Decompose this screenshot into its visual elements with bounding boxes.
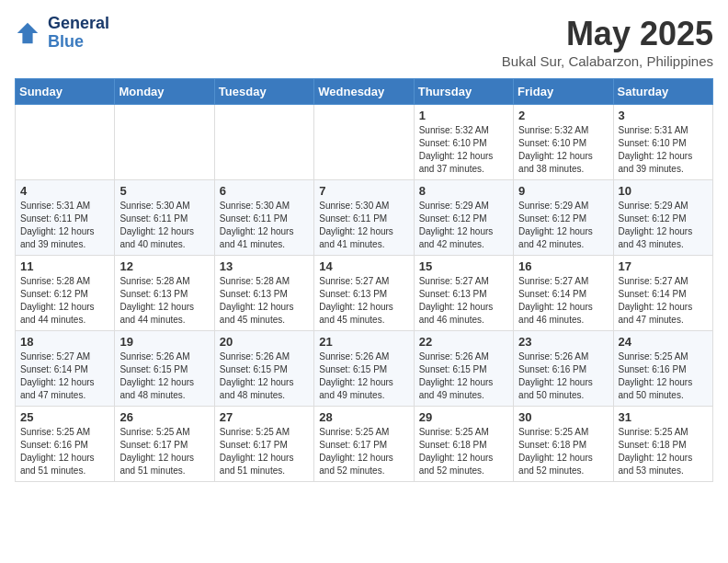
- day-info: Sunrise: 5:30 AM Sunset: 6:11 PM Dayligh…: [119, 200, 209, 251]
- calendar-cell: 30Sunrise: 5:25 AM Sunset: 6:18 PM Dayli…: [514, 407, 613, 482]
- day-info: Sunrise: 5:31 AM Sunset: 6:11 PM Dayligh…: [20, 200, 109, 251]
- day-info: Sunrise: 5:26 AM Sunset: 6:15 PM Dayligh…: [419, 350, 508, 402]
- day-info: Sunrise: 5:26 AM Sunset: 6:16 PM Dayligh…: [518, 350, 608, 402]
- calendar-cell: 15Sunrise: 5:27 AM Sunset: 6:13 PM Dayli…: [414, 256, 513, 331]
- page-header: General Blue May 2025 Bukal Sur, Calabar…: [15, 15, 713, 69]
- calendar-cell: 9Sunrise: 5:29 AM Sunset: 6:12 PM Daylig…: [514, 180, 613, 256]
- day-number: 3: [619, 109, 708, 122]
- weekday-header: Friday: [514, 79, 613, 105]
- calendar-cell: 8Sunrise: 5:29 AM Sunset: 6:12 PM Daylig…: [414, 180, 513, 256]
- day-info: Sunrise: 5:32 AM Sunset: 6:10 PM Dayligh…: [419, 124, 508, 176]
- logo-text: General Blue: [48, 15, 109, 52]
- day-info: Sunrise: 5:27 AM Sunset: 6:14 PM Dayligh…: [518, 275, 608, 327]
- day-info: Sunrise: 5:29 AM Sunset: 6:12 PM Dayligh…: [518, 200, 608, 251]
- calendar-cell: 23Sunrise: 5:26 AM Sunset: 6:16 PM Dayli…: [514, 331, 613, 407]
- day-info: Sunrise: 5:27 AM Sunset: 6:13 PM Dayligh…: [319, 275, 408, 327]
- day-info: Sunrise: 5:29 AM Sunset: 6:12 PM Dayligh…: [419, 200, 508, 251]
- calendar-week-row: 4Sunrise: 5:31 AM Sunset: 6:11 PM Daylig…: [16, 180, 713, 256]
- day-info: Sunrise: 5:27 AM Sunset: 6:14 PM Dayligh…: [20, 350, 109, 402]
- weekday-header: Wednesday: [314, 79, 414, 105]
- calendar-week-row: 1Sunrise: 5:32 AM Sunset: 6:10 PM Daylig…: [16, 105, 713, 180]
- calendar-cell: 26Sunrise: 5:25 AM Sunset: 6:17 PM Dayli…: [115, 407, 214, 482]
- day-number: 26: [119, 410, 209, 424]
- calendar-cell: 18Sunrise: 5:27 AM Sunset: 6:14 PM Dayli…: [16, 331, 115, 407]
- calendar-week-row: 18Sunrise: 5:27 AM Sunset: 6:14 PM Dayli…: [16, 331, 713, 407]
- calendar-cell: 14Sunrise: 5:27 AM Sunset: 6:13 PM Dayli…: [314, 256, 414, 331]
- calendar-week-row: 25Sunrise: 5:25 AM Sunset: 6:16 PM Dayli…: [16, 407, 713, 482]
- day-number: 14: [319, 259, 408, 273]
- day-number: 28: [319, 410, 408, 424]
- calendar-cell: 16Sunrise: 5:27 AM Sunset: 6:14 PM Dayli…: [514, 256, 613, 331]
- logo: General Blue: [15, 15, 109, 52]
- calendar-cell: 19Sunrise: 5:26 AM Sunset: 6:15 PM Dayli…: [115, 331, 214, 407]
- day-number: 22: [419, 335, 508, 349]
- weekday-header: Sunday: [16, 79, 115, 105]
- day-info: Sunrise: 5:29 AM Sunset: 6:12 PM Dayligh…: [619, 200, 708, 251]
- day-number: 21: [319, 335, 408, 349]
- day-number: 6: [220, 184, 309, 198]
- day-info: Sunrise: 5:25 AM Sunset: 6:17 PM Dayligh…: [319, 426, 408, 477]
- calendar-cell: 13Sunrise: 5:28 AM Sunset: 6:13 PM Dayli…: [214, 256, 313, 331]
- calendar-cell: 24Sunrise: 5:25 AM Sunset: 6:16 PM Dayli…: [613, 331, 712, 407]
- weekday-header: Thursday: [414, 79, 513, 105]
- day-number: 23: [518, 335, 608, 349]
- day-number: 13: [220, 259, 309, 273]
- day-number: 20: [220, 335, 309, 349]
- day-info: Sunrise: 5:25 AM Sunset: 6:17 PM Dayligh…: [119, 426, 209, 477]
- day-number: 19: [119, 335, 209, 349]
- day-number: 8: [419, 184, 508, 198]
- day-number: 24: [619, 335, 708, 349]
- day-info: Sunrise: 5:30 AM Sunset: 6:11 PM Dayligh…: [220, 200, 309, 251]
- day-number: 30: [518, 410, 608, 424]
- calendar-cell: 25Sunrise: 5:25 AM Sunset: 6:16 PM Dayli…: [16, 407, 115, 482]
- weekday-header: Saturday: [613, 79, 712, 105]
- calendar-cell: 17Sunrise: 5:27 AM Sunset: 6:14 PM Dayli…: [613, 256, 712, 331]
- calendar-subtitle: Bukal Sur, Calabarzon, Philippines: [502, 53, 713, 69]
- day-info: Sunrise: 5:27 AM Sunset: 6:14 PM Dayligh…: [619, 275, 708, 327]
- calendar-cell: 7Sunrise: 5:30 AM Sunset: 6:11 PM Daylig…: [314, 180, 414, 256]
- calendar-cell: 1Sunrise: 5:32 AM Sunset: 6:10 PM Daylig…: [414, 105, 513, 180]
- calendar-cell: 27Sunrise: 5:25 AM Sunset: 6:17 PM Dayli…: [214, 407, 313, 482]
- day-number: 25: [20, 410, 109, 424]
- weekday-header: Monday: [115, 79, 214, 105]
- day-info: Sunrise: 5:26 AM Sunset: 6:15 PM Dayligh…: [119, 350, 209, 402]
- day-number: 7: [319, 184, 408, 198]
- day-number: 11: [20, 259, 109, 273]
- calendar-cell: 10Sunrise: 5:29 AM Sunset: 6:12 PM Dayli…: [613, 180, 712, 256]
- day-number: 12: [119, 259, 209, 273]
- calendar-cell: 31Sunrise: 5:25 AM Sunset: 6:18 PM Dayli…: [613, 407, 712, 482]
- day-number: 2: [518, 109, 608, 122]
- day-info: Sunrise: 5:25 AM Sunset: 6:18 PM Dayligh…: [419, 426, 508, 477]
- day-number: 1: [419, 109, 508, 122]
- day-number: 18: [20, 335, 109, 349]
- day-info: Sunrise: 5:25 AM Sunset: 6:18 PM Dayligh…: [619, 426, 708, 477]
- day-number: 9: [518, 184, 608, 198]
- calendar-cell: [214, 105, 313, 180]
- calendar-table: SundayMondayTuesdayWednesdayThursdayFrid…: [15, 78, 713, 482]
- day-number: 31: [619, 410, 708, 424]
- calendar-cell: 12Sunrise: 5:28 AM Sunset: 6:13 PM Dayli…: [115, 256, 214, 331]
- day-info: Sunrise: 5:26 AM Sunset: 6:15 PM Dayligh…: [319, 350, 408, 402]
- day-number: 29: [419, 410, 508, 424]
- day-number: 4: [20, 184, 109, 198]
- day-info: Sunrise: 5:30 AM Sunset: 6:11 PM Dayligh…: [319, 200, 408, 251]
- calendar-cell: 20Sunrise: 5:26 AM Sunset: 6:15 PM Dayli…: [214, 331, 313, 407]
- calendar-cell: 4Sunrise: 5:31 AM Sunset: 6:11 PM Daylig…: [16, 180, 115, 256]
- calendar-cell: [16, 105, 115, 180]
- day-info: Sunrise: 5:31 AM Sunset: 6:10 PM Dayligh…: [619, 124, 708, 176]
- calendar-cell: 21Sunrise: 5:26 AM Sunset: 6:15 PM Dayli…: [314, 331, 414, 407]
- day-info: Sunrise: 5:25 AM Sunset: 6:16 PM Dayligh…: [20, 426, 109, 477]
- day-info: Sunrise: 5:28 AM Sunset: 6:13 PM Dayligh…: [119, 275, 209, 327]
- day-number: 10: [619, 184, 708, 198]
- calendar-cell: 28Sunrise: 5:25 AM Sunset: 6:17 PM Dayli…: [314, 407, 414, 482]
- day-number: 27: [220, 410, 309, 424]
- weekday-header-row: SundayMondayTuesdayWednesdayThursdayFrid…: [16, 79, 713, 105]
- day-number: 5: [119, 184, 209, 198]
- day-info: Sunrise: 5:32 AM Sunset: 6:10 PM Dayligh…: [518, 124, 608, 176]
- day-info: Sunrise: 5:28 AM Sunset: 6:12 PM Dayligh…: [20, 275, 109, 327]
- calendar-cell: 22Sunrise: 5:26 AM Sunset: 6:15 PM Dayli…: [414, 331, 513, 407]
- day-info: Sunrise: 5:25 AM Sunset: 6:17 PM Dayligh…: [220, 426, 309, 477]
- logo-icon: [15, 20, 40, 46]
- calendar-week-row: 11Sunrise: 5:28 AM Sunset: 6:12 PM Dayli…: [16, 256, 713, 331]
- day-info: Sunrise: 5:28 AM Sunset: 6:13 PM Dayligh…: [220, 275, 309, 327]
